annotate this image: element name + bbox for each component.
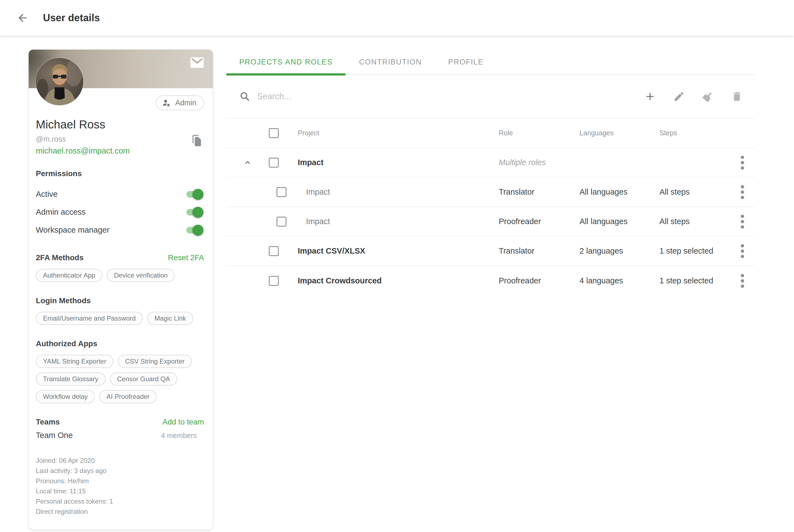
detail-panel: PROJECTS AND ROLESCONTRIBUTIONPROFILE — [226, 50, 754, 296]
project-name-cell: Impact CSV/XLSX — [298, 246, 488, 255]
kebab-icon — [740, 214, 744, 229]
clean-button[interactable] — [702, 90, 714, 102]
add-project-button[interactable] — [644, 90, 656, 102]
user-name: Michael Ross — [36, 118, 204, 131]
meta-line: Local time: 11:15 — [36, 486, 204, 496]
table-row: Impact Crowdsourced Proofreader 4 langua… — [226, 266, 754, 296]
search-icon — [239, 91, 250, 102]
table-header: Project Role Languages Steps — [226, 118, 754, 148]
broom-icon — [702, 90, 714, 102]
chip: YAML String Exporter — [36, 355, 113, 368]
edit-button[interactable] — [673, 91, 685, 102]
table-toolbar — [644, 90, 743, 102]
project-name-cell: Impact — [298, 187, 488, 196]
twofa-chips: Authenticator AppDevice verification — [36, 269, 204, 282]
steps-cell: 1 step selected — [649, 276, 731, 285]
role-cell: Multiple roles — [488, 158, 569, 167]
collapse-row-button[interactable] — [243, 158, 252, 168]
tab-profile[interactable]: PROFILE — [435, 50, 497, 74]
permission-label: Admin access — [36, 208, 86, 217]
back-button[interactable] — [17, 12, 29, 24]
admin-icon — [162, 99, 171, 107]
kebab-icon — [740, 185, 744, 200]
user-email-link[interactable]: michael.ross@impact.com — [36, 146, 130, 155]
team-row: Team One 4 members — [36, 431, 204, 440]
search-row — [226, 75, 754, 118]
plus-icon — [644, 90, 656, 102]
chip: Workflow delay — [36, 390, 95, 403]
permission-row: Admin access — [36, 203, 204, 221]
authorized-apps-title: Authorized Apps — [36, 339, 204, 348]
search-input[interactable] — [257, 92, 644, 101]
login-methods-chips: Email/Username and PasswordMagic Link — [36, 312, 204, 325]
row-menu-button[interactable] — [740, 244, 744, 259]
chip: Magic Link — [147, 312, 193, 325]
chip: Email/Username and Password — [36, 312, 143, 325]
teams-title: Teams — [36, 418, 60, 426]
languages-cell: All languages — [569, 187, 649, 196]
meta-line: Joined: 06 Apr 2020 — [36, 455, 204, 466]
meta-line: Pronouns: He/him — [36, 476, 204, 486]
column-role: Role — [488, 129, 569, 137]
role-cell: Translator — [488, 246, 569, 255]
mail-icon — [189, 56, 205, 69]
role-cell: Translator — [488, 187, 569, 196]
row-checkbox[interactable] — [269, 276, 279, 286]
row-menu-button[interactable] — [740, 214, 744, 229]
team-name: Team One — [36, 431, 73, 440]
copy-icon — [191, 134, 203, 147]
login-methods-title: Login Methods — [36, 296, 204, 305]
tab-projects-and-roles[interactable]: PROJECTS AND ROLES — [226, 50, 346, 74]
team-members-count: 4 members — [161, 431, 197, 440]
twofa-title: 2FA Methods — [36, 253, 83, 262]
delete-button[interactable] — [731, 91, 743, 102]
add-to-team-link[interactable]: Add to team — [163, 418, 204, 426]
row-menu-button[interactable] — [740, 273, 744, 288]
toggle-thumb — [192, 189, 204, 200]
steps-cell: 1 step selected — [649, 246, 731, 255]
languages-cell: All languages — [569, 217, 649, 226]
toggle-switch[interactable] — [186, 226, 202, 234]
languages-cell: 2 languages — [569, 246, 649, 255]
tab-bar: PROJECTS AND ROLESCONTRIBUTIONPROFILE — [226, 50, 754, 75]
row-menu-button[interactable] — [740, 155, 744, 170]
role-badge-label: Admin — [175, 99, 196, 107]
role-cell: Proofreader — [488, 217, 569, 226]
reset-2fa-link[interactable]: Reset 2FA — [168, 253, 204, 262]
row-menu-button[interactable] — [740, 185, 744, 200]
select-all-checkbox[interactable] — [269, 128, 279, 138]
permissions-title: Permissions — [36, 169, 204, 178]
pencil-icon — [673, 91, 685, 102]
toggle-switch[interactable] — [186, 208, 202, 216]
tab-contribution[interactable]: CONTRIBUTION — [346, 50, 435, 74]
kebab-icon — [740, 244, 744, 259]
permissions-toggles: Active Admin access Workspace manager — [36, 185, 204, 239]
column-project: Project — [298, 129, 488, 137]
chevron-up-icon — [243, 158, 252, 168]
user-handle: @m.ross — [36, 135, 204, 144]
meta-line: Last activity: 3 days ago — [36, 466, 204, 476]
row-checkbox[interactable] — [269, 246, 279, 256]
teams-list: Team One 4 members — [36, 431, 204, 440]
chip: Authenticator App — [36, 269, 102, 282]
column-languages: Languages — [569, 129, 649, 137]
meta-line: Personal access tokens: 1 — [36, 496, 204, 506]
toggle-thumb — [192, 207, 204, 218]
project-name-cell: Impact — [298, 217, 488, 226]
row-checkbox[interactable] — [277, 187, 286, 197]
avatar-photo — [36, 58, 83, 105]
column-steps: Steps — [649, 129, 731, 137]
row-checkbox[interactable] — [277, 217, 286, 227]
toggle-thumb — [192, 225, 204, 236]
table-row: Impact Proofreader All languages All ste… — [226, 207, 754, 236]
user-card: Admin Michael Ross @m.ross michael.ross@… — [29, 50, 213, 530]
project-name-cell: Impact — [298, 158, 488, 167]
chip: CSV String Exporter — [118, 355, 192, 368]
table-row: Impact Multiple roles — [226, 148, 754, 177]
project-name-cell: Impact Crowdsourced — [298, 276, 488, 285]
permission-row: Workspace manager — [36, 221, 204, 239]
toggle-switch[interactable] — [186, 190, 202, 198]
send-email-button[interactable] — [189, 56, 206, 70]
copy-email-button[interactable] — [191, 134, 203, 147]
row-checkbox[interactable] — [269, 158, 279, 168]
